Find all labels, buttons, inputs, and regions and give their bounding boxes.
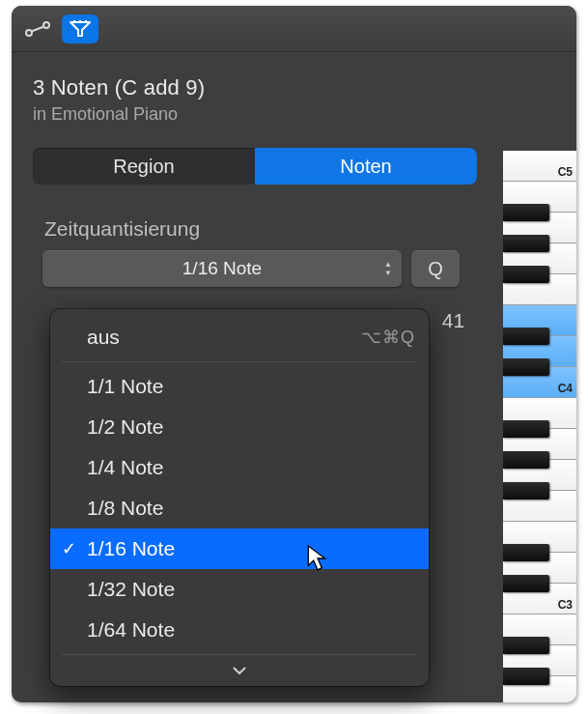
piano-black-key[interactable] (503, 637, 549, 654)
piano-black-key[interactable] (503, 266, 549, 283)
menu-item-note[interactable]: 1/2 Note (50, 407, 429, 447)
menu-item-note[interactable]: 1/1 Note (50, 366, 429, 407)
piano-black-key[interactable] (503, 358, 549, 376)
svg-point-0 (26, 30, 32, 36)
track-subtitle: in Emotional Piano (33, 104, 555, 125)
piano-black-key[interactable] (503, 668, 549, 685)
svg-line-2 (32, 26, 44, 31)
menu-item-note[interactable]: ✓1/16 Note (50, 528, 429, 569)
menu-item-shortcut: ⌥⌘Q (361, 327, 415, 348)
piano-black-key[interactable] (503, 482, 549, 500)
piano-key-label: C4 (558, 382, 573, 395)
piano-black-key[interactable] (503, 235, 549, 252)
quantize-apply-button[interactable]: Q (411, 250, 460, 287)
funnel-icon (69, 20, 92, 38)
quantize-row: 1/16 Note ▲▼ Q (12, 250, 576, 287)
quantize-selected-text: 1/16 Note (182, 258, 262, 279)
menu-item-label: aus (87, 326, 120, 349)
quantize-dropdown-menu: aus ⌥⌘Q 1/1 Note1/2 Note1/4 Note1/8 Note… (50, 309, 429, 686)
tab-region[interactable]: Region (33, 148, 255, 185)
menu-separator (62, 654, 417, 655)
piano-black-key[interactable] (503, 544, 549, 561)
menu-more-indicator[interactable] (50, 659, 429, 682)
midi-tool-button[interactable] (62, 14, 98, 43)
piano-keyboard[interactable]: C5C4C3 (503, 151, 576, 702)
check-icon: ✓ (62, 538, 76, 559)
region-header: 3 Noten (C add 9) in Emotional Piano (12, 52, 576, 138)
automation-tool-button[interactable] (19, 14, 56, 43)
piano-black-key[interactable] (503, 204, 549, 221)
piano-black-key[interactable] (503, 328, 549, 345)
automation-icon (25, 21, 50, 37)
cursor-icon (307, 545, 328, 572)
chevron-down-icon (233, 667, 246, 674)
updown-arrows-icon: ▲▼ (384, 261, 392, 277)
strength-value[interactable]: 41 (423, 302, 484, 339)
menu-item-label: 1/1 Note (87, 375, 163, 398)
selection-title: 3 Noten (C add 9) (33, 75, 555, 100)
menu-item-label: 1/8 Note (87, 497, 163, 520)
piano-black-key[interactable] (503, 451, 549, 469)
menu-separator (62, 361, 417, 362)
piano-black-key[interactable] (503, 420, 549, 438)
piano-black-key[interactable] (503, 575, 549, 592)
menu-item-note[interactable]: 1/64 Note (50, 610, 429, 650)
tab-segmented-control: Region Noten (33, 148, 477, 185)
toolbar (12, 6, 576, 52)
menu-item-off[interactable]: aus ⌥⌘Q (50, 317, 429, 357)
menu-item-label: 1/16 Note (87, 537, 175, 560)
menu-item-label: 1/4 Note (87, 456, 163, 479)
tab-notes[interactable]: Noten (255, 148, 477, 185)
menu-item-note[interactable]: 1/4 Note (50, 447, 429, 488)
menu-item-label: 1/32 Note (87, 578, 175, 601)
svg-point-1 (43, 22, 49, 28)
quantize-section-label: Zeitquantisierung (12, 185, 576, 250)
piano-key-label: C3 (558, 598, 573, 612)
piano-key-label: C5 (558, 165, 573, 179)
menu-item-note[interactable]: 1/8 Note (50, 488, 429, 528)
piano-white-key[interactable]: C5 (503, 151, 576, 182)
menu-item-label: 1/2 Note (87, 415, 163, 439)
menu-item-note[interactable]: 1/32 Note (50, 569, 429, 610)
quantize-value-select[interactable]: 1/16 Note ▲▼ (42, 250, 402, 287)
menu-item-label: 1/64 Note (87, 618, 175, 642)
